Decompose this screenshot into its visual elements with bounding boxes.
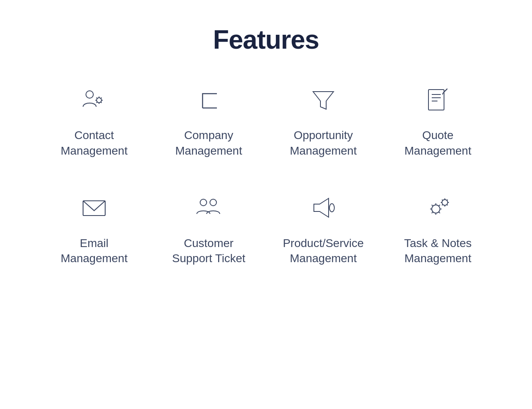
svg-marker-21 <box>314 198 329 217</box>
feature-task-notes: Task & NotesManagement <box>385 191 491 267</box>
feature-company-management: CompanyManagement <box>156 83 262 159</box>
feature-contact-management: ContactManagement <box>41 83 147 159</box>
company-management-label: CompanyManagement <box>175 128 242 159</box>
svg-line-38 <box>442 199 443 200</box>
page-title: Features <box>213 25 319 55</box>
svg-rect-18 <box>83 201 105 216</box>
contact-management-label: ContactManagement <box>61 128 127 159</box>
svg-line-30 <box>439 212 440 213</box>
svg-line-6 <box>97 98 97 99</box>
svg-rect-11 <box>428 90 444 110</box>
customer-icon <box>192 191 225 224</box>
product-icon <box>307 191 340 224</box>
svg-point-19 <box>200 199 207 206</box>
svg-line-9 <box>97 102 97 103</box>
customer-support-label: CustomerSupport Ticket <box>172 236 246 267</box>
svg-line-41 <box>442 204 443 205</box>
svg-point-0 <box>86 91 93 98</box>
svg-line-16 <box>442 93 443 94</box>
features-grid: ContactManagement CompanyManagement Oppo… <box>41 83 491 266</box>
svg-point-20 <box>210 199 216 206</box>
opportunity-management-label: OpportunityManagement <box>290 128 356 159</box>
feature-opportunity-management: OpportunityManagement <box>270 83 376 159</box>
task-icon <box>422 191 454 224</box>
email-icon <box>78 191 110 224</box>
quote-management-label: QuoteManagement <box>404 128 471 159</box>
svg-point-22 <box>329 204 334 212</box>
opportunity-icon <box>307 83 340 116</box>
svg-line-40 <box>447 199 448 200</box>
feature-product-service: Product/ServiceManagement <box>270 191 376 267</box>
svg-line-39 <box>447 204 448 205</box>
svg-line-17 <box>445 89 447 91</box>
email-management-label: EmailManagement <box>61 236 127 267</box>
svg-line-31 <box>439 204 440 206</box>
task-notes-label: Task & NotesManagement <box>404 236 472 267</box>
feature-email-management: EmailManagement <box>41 191 147 267</box>
svg-line-8 <box>101 98 101 99</box>
company-icon <box>192 83 225 116</box>
feature-customer-support: CustomerSupport Ticket <box>156 191 262 267</box>
svg-point-1 <box>97 98 101 103</box>
svg-point-24 <box>432 205 440 213</box>
product-service-label: Product/ServiceManagement <box>283 236 364 267</box>
feature-quote-management: QuoteManagement <box>385 83 491 159</box>
quote-icon <box>422 83 454 116</box>
svg-line-29 <box>432 204 433 206</box>
svg-line-32 <box>432 212 433 213</box>
contact-icon <box>78 83 110 116</box>
svg-line-7 <box>101 102 101 103</box>
